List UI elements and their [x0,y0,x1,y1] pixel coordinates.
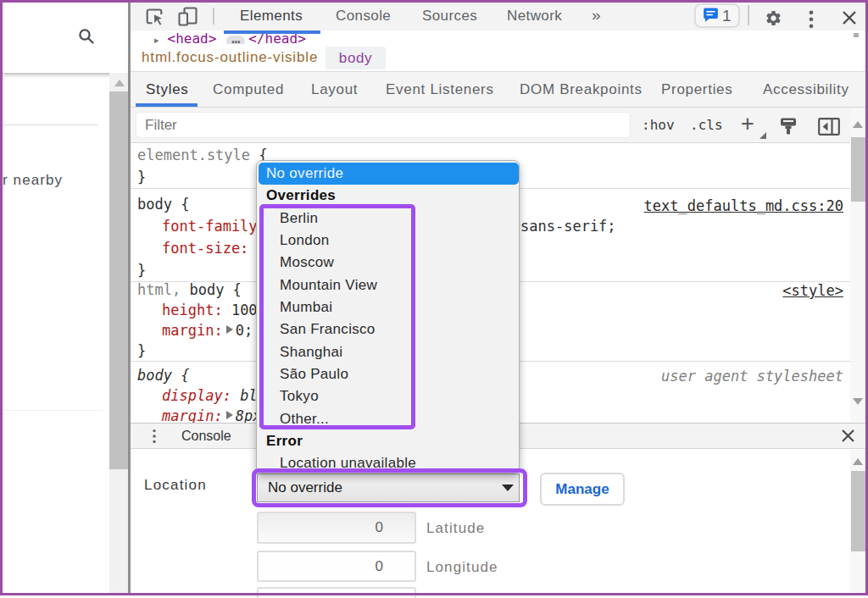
screenshot-frame [0,0,868,595]
